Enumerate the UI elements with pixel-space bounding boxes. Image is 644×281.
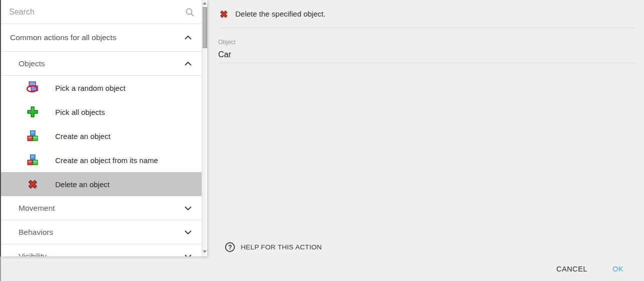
section-header-objects[interactable]: Objects	[1, 52, 202, 76]
action-title: Delete the specified object.	[235, 10, 326, 18]
section-header-movement[interactable]: Movement	[1, 196, 202, 220]
action-detail-header: Delete the specified object.	[218, 0, 636, 28]
action-item-label: Create an object from its name	[55, 156, 158, 165]
chevron-down-icon	[185, 230, 192, 234]
object-field-label: Object	[218, 39, 636, 46]
help-button[interactable]: HELP FOR THIS ACTION	[225, 242, 322, 252]
sidebar-scrollbar[interactable]	[202, 0, 207, 256]
search-bar	[1, 0, 202, 24]
subsection-label: Objects	[19, 59, 45, 68]
action-item-label: Delete an object	[55, 180, 109, 189]
help-button-label: HELP FOR THIS ACTION	[241, 243, 322, 251]
pick-random-object-icon	[26, 81, 39, 94]
subsection-label: Visibility	[19, 252, 47, 256]
action-item-pick-random-object[interactable]: Pick a random object	[1, 76, 202, 100]
action-item-create-object-from-name[interactable]: Create an object from its name	[1, 148, 202, 172]
backdrop-edge-bottom	[0, 256, 1, 281]
action-item-label: Create an object	[55, 132, 110, 140]
actions-sidebar: Common actions for all objects Objects P…	[1, 0, 207, 256]
chevron-up-icon	[185, 62, 192, 66]
object-field: Object Car	[218, 28, 636, 63]
subsection-label: Behaviors	[19, 228, 53, 237]
section-header-label: Common actions for all objects	[10, 33, 116, 42]
section-header-common-actions[interactable]: Common actions for all objects	[1, 24, 202, 52]
chevron-up-icon	[185, 36, 192, 40]
action-item-delete-object[interactable]: Delete an object	[1, 172, 202, 196]
create-object-icon	[26, 154, 39, 167]
help-icon	[225, 242, 235, 252]
actions-list: Common actions for all objects Objects P…	[1, 0, 202, 256]
ok-button[interactable]: OK	[604, 261, 631, 277]
chevron-down-icon	[185, 206, 192, 210]
create-object-icon	[26, 129, 39, 143]
action-item-label: Pick all objects	[55, 108, 105, 116]
action-item-label: Pick a random object	[55, 84, 125, 92]
search-icon	[185, 7, 195, 17]
cancel-button[interactable]: CANCEL	[548, 261, 595, 277]
dialog-footer: CANCEL OK	[0, 257, 644, 281]
search-input[interactable]	[9, 8, 181, 17]
delete-cross-icon	[26, 178, 39, 191]
section-header-visibility[interactable]: Visibility	[1, 244, 202, 256]
chevron-down-icon	[185, 254, 192, 256]
subsection-label: Movement	[19, 204, 55, 213]
object-field-input[interactable]: Car	[218, 50, 636, 63]
scrollbar-thumb[interactable]	[203, 7, 207, 48]
action-detail-panel: Delete the specified object. Object Car …	[207, 0, 644, 257]
scrollbar-down-arrow[interactable]	[202, 248, 207, 254]
backdrop-edge	[0, 0, 1, 256]
add-plus-icon	[26, 105, 39, 118]
section-header-behaviors[interactable]: Behaviors	[1, 220, 202, 244]
action-item-create-object[interactable]: Create an object	[1, 124, 202, 148]
scrollbar-up-arrow[interactable]	[202, 0, 207, 6]
delete-cross-icon	[218, 9, 229, 20]
action-item-pick-all-objects[interactable]: Pick all objects	[1, 100, 202, 124]
